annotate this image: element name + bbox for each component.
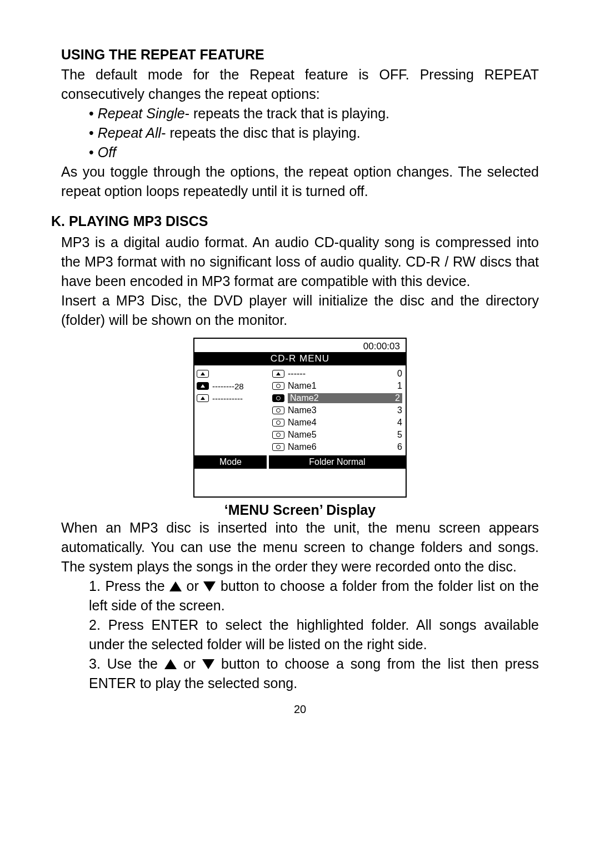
file-label: Name1 [288,381,392,391]
step-1-b: or [182,578,203,594]
file-label: Name4 [288,418,392,428]
file-row: ------ 0 [272,368,402,380]
cdr-time: 00:00:03 [194,339,406,352]
cdr-body: --------28 ----------- ------ 0 [194,365,406,455]
file-row: Name5 5 [272,429,402,441]
file-label: Name3 [288,405,392,415]
cdr-spacer [194,469,406,496]
file-label: Name2 [288,393,388,403]
up-triangle-icon [164,659,177,669]
file-row: Name4 4 [272,417,402,429]
folder-row: ----------- [197,392,269,404]
bullet-repeat-single-desc: - repeats the track that is playing. [185,106,389,121]
cdr-folder-list: --------28 ----------- [194,365,271,455]
step-3-a: 3. Use the [89,656,164,671]
file-icon [272,443,284,451]
cdr-status-bar: Mode Folder Normal [194,455,406,469]
folder-icon [197,394,209,402]
heading-k-mp3: K. PLAYING MP3 DISCS [51,213,539,229]
file-icon [272,431,284,439]
bullet-repeat-all-desc: - repeats the disc that is playing. [161,125,361,141]
file-row-selected: Name2 2 [272,392,402,404]
file-row: Name3 3 [272,404,402,417]
file-num: 5 [392,430,402,440]
paragraph-k1: MP3 is a digital audio format. An audio … [61,233,539,291]
page-number: 20 [61,703,539,716]
folder-label: ----------- [212,394,269,403]
file-row: Name1 1 [272,380,402,392]
folder-label: --------28 [212,382,269,391]
step-3-b: or [177,656,202,671]
file-num: 3 [392,405,402,415]
step-3: 3. Use the or button to choose a song fr… [89,654,539,693]
folder-icon [197,382,209,390]
bullet-off: • Off [89,143,539,162]
folder-row [197,368,269,380]
paragraph-menu: When an MP3 disc is inserted into the un… [61,518,539,576]
down-triangle-icon [202,659,214,669]
step-1-a: 1. Press the [89,578,169,594]
folder-row-selected: --------28 [197,380,269,392]
cdr-mode-value: Folder Normal [269,455,406,469]
bullet-repeat-single-term: Repeat Single [98,106,185,121]
file-num: 4 [392,418,402,428]
paragraph-k2: Insert a MP3 Disc, the DVD player will i… [61,291,539,330]
file-icon [272,407,284,414]
figure-caption: ‘MENU Screen’ Display [61,502,539,518]
paragraph-repeat-outro: As you toggle through the options, the r… [61,162,539,201]
down-triangle-icon [203,581,216,591]
step-2: 2. Press ENTER to select the highlighted… [89,615,539,654]
folder-icon [197,370,209,378]
cdr-mode-label: Mode [194,455,267,469]
up-triangle-icon [169,581,182,591]
file-icon [272,382,284,390]
file-row: Name6 6 [272,441,402,453]
file-num: 2 [388,393,402,403]
heading-repeat: USING THE REPEAT FEATURE [61,47,539,63]
cdr-menu-box: 00:00:03 CD-R MENU --------28 ----------… [193,338,407,498]
step-1: 1. Press the or button to choose a folde… [89,576,539,615]
bullet-repeat-single: • Repeat Single- repeats the track that … [89,104,539,123]
file-icon [272,419,284,427]
cdr-title: CD-R MENU [194,352,406,365]
document-page: USING THE REPEAT FEATURE The default mod… [0,0,600,738]
file-num: 1 [392,381,402,391]
file-label: ------ [288,369,392,379]
file-icon [272,394,284,402]
file-label: Name5 [288,430,392,440]
file-label: Name6 [288,442,392,452]
folder-icon [272,370,284,378]
file-num: 0 [392,369,402,379]
file-num: 6 [392,442,402,452]
bullet-repeat-all-term: Repeat All [98,125,161,141]
bullet-off-term: Off [98,144,116,160]
bullet-repeat-all: • Repeat All- repeats the disc that is p… [89,123,539,143]
figure-cdr-menu: 00:00:03 CD-R MENU --------28 ----------… [61,338,539,498]
paragraph-repeat-intro: The default mode for the Repeat feature … [61,65,539,104]
cdr-file-list: ------ 0 Name1 1 Name2 2 [271,365,406,455]
